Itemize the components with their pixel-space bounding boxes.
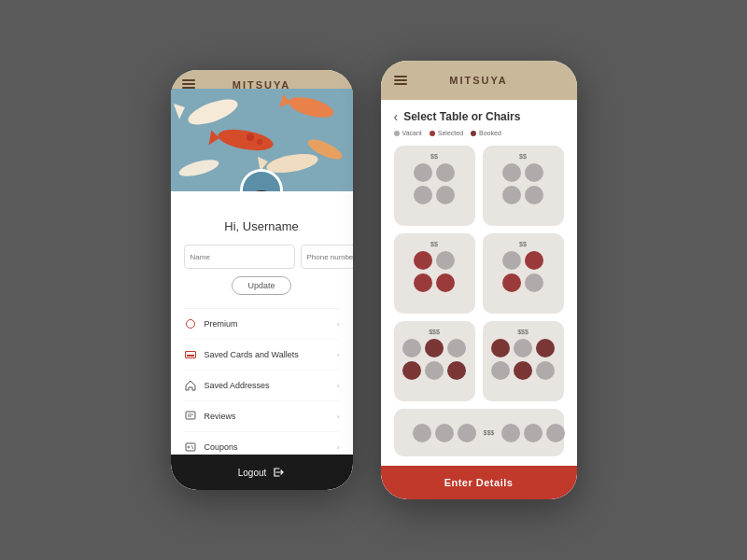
chair[interactable] <box>491 361 510 380</box>
chair[interactable] <box>447 339 466 357</box>
koi-illustration <box>171 89 353 191</box>
update-button[interactable]: Update <box>232 276 290 295</box>
menu-list: Premium › Saved Cards and Wallets › Save… <box>184 308 340 463</box>
right-body: ‹ Select Table or Chairs Vacant Selected… <box>381 100 577 466</box>
menu-label-premium: Premium <box>204 319 337 329</box>
left-header: MITSUYA <box>171 70 353 191</box>
premium-icon <box>184 317 197 330</box>
back-button[interactable]: ‹ <box>394 109 399 124</box>
table-1-chairs <box>414 163 455 204</box>
chair <box>425 339 444 357</box>
chair[interactable] <box>525 186 543 204</box>
chair[interactable] <box>414 251 432 270</box>
card-icon <box>184 348 197 361</box>
booked-dot <box>471 131 476 136</box>
chair[interactable] <box>414 186 432 204</box>
chair[interactable] <box>525 251 543 270</box>
table-7-price: $$$ <box>484 429 495 436</box>
arrow-icon-reviews: › <box>337 413 340 421</box>
chair[interactable] <box>502 273 521 292</box>
table-5[interactable]: $$$ <box>394 321 475 401</box>
table-7[interactable]: $$$ <box>394 409 564 456</box>
chair[interactable] <box>436 163 455 182</box>
review-icon <box>184 410 197 423</box>
selected-dot <box>430 131 435 136</box>
table-3-chairs <box>414 251 455 292</box>
chair[interactable] <box>501 424 520 442</box>
right-app-title: MITSUYA <box>449 75 508 86</box>
menu-label-saved-cards: Saved Cards and Wallets <box>204 350 337 359</box>
svg-point-12 <box>257 139 262 145</box>
menu-item-saved-addresses[interactable]: Saved Addresses › <box>184 371 340 401</box>
left-body: Hi, Username Update Premium › Saved Card… <box>171 191 353 476</box>
legend-selected: Selected <box>430 130 463 136</box>
table-5-chairs <box>402 339 466 380</box>
chair[interactable] <box>414 163 432 182</box>
legend-vacant: Vacant <box>394 130 422 136</box>
chair <box>536 339 555 357</box>
chair[interactable] <box>402 339 421 357</box>
svg-line-18 <box>191 445 193 449</box>
chair[interactable] <box>536 361 555 380</box>
table-6[interactable]: $$$ <box>483 321 564 401</box>
svg-rect-16 <box>186 443 195 451</box>
logout-icon <box>272 466 285 479</box>
table-3-price: $$ <box>430 241 438 247</box>
tables-grid: $$ $$ $$ <box>394 146 564 456</box>
right-hamburger-icon[interactable] <box>394 76 407 85</box>
menu-item-reviews[interactable]: Reviews › <box>184 401 340 432</box>
right-header: MITSUYA <box>381 61 577 100</box>
table-5-price: $$$ <box>429 329 440 335</box>
legend: Vacant Selected Booked <box>394 130 564 136</box>
chair[interactable] <box>525 163 543 182</box>
home-icon <box>184 379 197 392</box>
page-title: Select Table or Chairs <box>403 110 520 123</box>
chair[interactable] <box>502 186 521 204</box>
chair[interactable] <box>436 186 455 204</box>
chair[interactable] <box>525 273 543 292</box>
chair <box>447 361 466 380</box>
right-phone: MITSUYA ‹ Select Table or Chairs Vacant … <box>381 61 577 499</box>
table-4-chairs <box>502 251 543 292</box>
table-4[interactable]: $$ <box>483 233 564 314</box>
table-7-chairs-left <box>413 424 476 442</box>
chair[interactable] <box>546 424 565 442</box>
chair[interactable] <box>425 361 444 380</box>
selected-label: Selected <box>438 130 463 136</box>
logout-button[interactable]: Logout <box>171 455 353 490</box>
table-6-price: $$$ <box>517 329 529 335</box>
chair[interactable] <box>514 339 532 357</box>
logout-label: Logout <box>238 468 267 478</box>
profile-inputs <box>184 245 340 269</box>
coupon-icon <box>184 441 197 454</box>
chair <box>402 361 421 380</box>
greeting-text: Hi, Username <box>224 219 298 233</box>
chair[interactable] <box>458 424 476 442</box>
chair[interactable] <box>502 163 521 182</box>
chair[interactable] <box>502 251 521 270</box>
table-7-chairs-right <box>501 424 565 442</box>
select-nav: ‹ Select Table or Chairs <box>394 109 564 124</box>
chair[interactable] <box>414 273 432 292</box>
arrow-icon-coupons: › <box>337 443 340 452</box>
menu-item-saved-cards[interactable]: Saved Cards and Wallets › <box>184 340 340 371</box>
menu-item-premium[interactable]: Premium › <box>184 309 340 340</box>
chair[interactable] <box>436 273 455 292</box>
table-2[interactable]: $$ <box>483 146 564 226</box>
table-1[interactable]: $$ <box>394 146 475 226</box>
chair[interactable] <box>524 424 543 442</box>
menu-label-reviews: Reviews <box>204 412 337 421</box>
enter-details-button[interactable]: Enter Details <box>381 466 577 499</box>
chair <box>514 361 532 380</box>
chair[interactable] <box>413 424 431 442</box>
chair[interactable] <box>435 424 454 442</box>
phone-input[interactable] <box>301 245 353 269</box>
booked-label: Booked <box>479 130 501 136</box>
name-input[interactable] <box>184 245 295 269</box>
table-3[interactable]: $$ <box>394 233 475 314</box>
chair[interactable] <box>436 251 455 270</box>
legend-booked: Booked <box>471 130 501 136</box>
svg-rect-13 <box>186 412 195 419</box>
menu-label-coupons: Coupons <box>204 442 337 452</box>
arrow-icon-saved-addresses: › <box>337 382 340 390</box>
